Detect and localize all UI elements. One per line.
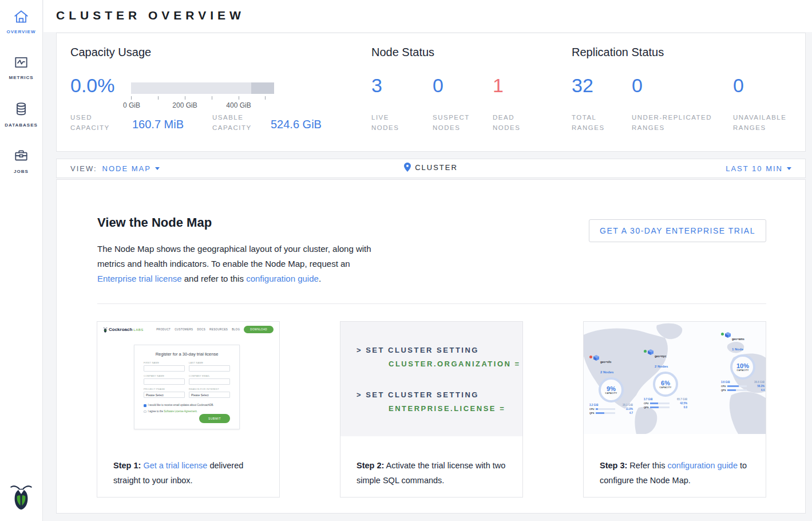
- chevron-down-icon: [787, 167, 791, 170]
- sidebar-item-databases[interactable]: DATABASES: [0, 101, 42, 128]
- node-cube-icon: [648, 349, 653, 355]
- mini-checkbox-checked: [144, 404, 146, 407]
- view-dropdown-value: NODE MAP: [102, 164, 151, 173]
- trial-registration-form: Register for a 30-day trial license FIRS…: [134, 345, 240, 429]
- capacity-axis-tick: 0 GiB: [123, 101, 140, 109]
- cockroach-bug-icon: [103, 327, 108, 333]
- cockroach-labs-logo: Cockroach LABS: [103, 327, 144, 333]
- section-description: The Node Map shows the geographical layo…: [97, 242, 371, 286]
- page-title: CLUSTER OVERVIEW: [56, 9, 245, 22]
- sidebar-item-label: OVERVIEW: [0, 29, 42, 34]
- mini-submit-button: SUBMIT: [199, 414, 230, 423]
- mini-input: [144, 378, 185, 385]
- configuration-guide-link[interactable]: configuration guide: [667, 461, 738, 470]
- mini-nav-item: CUSTOMERS: [175, 328, 193, 331]
- mini-input: [189, 365, 230, 372]
- enterprise-trial-license-link[interactable]: Enterprise trial license: [97, 274, 182, 283]
- step-3-caption: Step 3: Refer this configuration guide t…: [600, 458, 753, 488]
- sidebar-item-jobs[interactable]: JOBS: [0, 148, 42, 174]
- dead-nodes-count: 1: [493, 74, 504, 97]
- cockroachdb-logo: [10, 483, 33, 510]
- capacity-donut: 9% CAPACITY: [599, 377, 624, 402]
- live-nodes-count: 3: [371, 74, 382, 97]
- mini-nav-item: PRODUCT: [156, 328, 171, 331]
- mini-input: [189, 378, 230, 385]
- used-capacity-label: USED CAPACITY: [70, 112, 110, 133]
- view-selector-bar: VIEW: NODE MAP CLUSTER LAST 10 MIN: [56, 159, 806, 178]
- replication-status-title: Replication Status: [572, 46, 664, 59]
- mini-checkbox: [144, 411, 146, 413]
- chevron-down-icon: [155, 167, 160, 170]
- get-enterprise-trial-button[interactable]: GET A 30-DAY ENTERPRISE TRIAL: [589, 219, 766, 242]
- node-cube-icon: [593, 355, 599, 361]
- cluster-breadcrumb[interactable]: CLUSTER: [404, 163, 458, 172]
- sidebar-item-label: DATABASES: [0, 123, 42, 128]
- sidebar-item-label: JOBS: [0, 169, 42, 174]
- node-map-widget-ams: geo=ams1 Node 10% CAPACITY 3.6 GiB36.6 G…: [721, 332, 765, 392]
- usable-capacity-label: USABLE CAPACITY: [212, 112, 252, 133]
- briefcase-icon: [13, 148, 29, 164]
- view-dropdown[interactable]: NODE MAP: [102, 164, 160, 173]
- database-icon: [13, 101, 29, 117]
- step-1-card: Cockroach LABS PRODUCT CUSTOMERS DOCS RE…: [97, 321, 280, 498]
- mini-nav-item: BLOG: [232, 328, 240, 331]
- node-map-thumbnail: geo=sfo2 Nodes 9% CAPACITY 3.2 GiB35.1 G…: [584, 322, 766, 434]
- step-1-caption: Step 1: Get a trial license delivered st…: [113, 458, 267, 488]
- node-status-dot-red: [589, 356, 592, 358]
- used-capacity-value: 160.7 MiB: [132, 118, 184, 131]
- mini-select: Please Select: [144, 392, 185, 398]
- cluster-summary-card: Capacity Usage 0.0% 0 GiB 200 GiB 400 Gi…: [56, 33, 806, 152]
- sql-code-block: > SET CLUSTER SETTING CLUSTER.ORGANIZATI…: [340, 322, 522, 436]
- node-cube-icon: [725, 332, 731, 338]
- suspect-nodes-count: 0: [433, 74, 443, 97]
- mini-input: [144, 365, 185, 372]
- top-header-bar: CLUSTER OVERVIEW: [43, 0, 812, 32]
- sidebar-item-label: METRICS: [0, 75, 42, 80]
- step-3-card: geo=sfo2 Nodes 9% CAPACITY 3.2 GiB35.1 G…: [583, 321, 766, 498]
- cluster-breadcrumb-label: CLUSTER: [415, 163, 458, 172]
- node-status-title: Node Status: [371, 46, 434, 59]
- metrics-chart-icon: [13, 55, 29, 70]
- location-pin-icon: [404, 163, 411, 172]
- node-map-widget-sfo: geo=sfo2 Nodes 9% CAPACITY 3.2 GiB35.1 G…: [589, 355, 633, 415]
- time-range-value: LAST 10 MIN: [726, 164, 783, 173]
- suspect-nodes-label: SUSPECT NODES: [433, 112, 470, 133]
- total-ranges-label: TOTAL RANGES: [572, 112, 605, 133]
- sidebar-item-metrics[interactable]: METRICS: [0, 55, 42, 80]
- under-replicated-ranges-label: UNDER-REPLICATED RANGES: [632, 112, 712, 133]
- capacity-axis-tick: 200 GiB: [172, 101, 197, 109]
- time-range-dropdown[interactable]: LAST 10 MIN: [726, 164, 791, 173]
- dead-nodes-label: DEAD NODES: [493, 112, 520, 133]
- sidebar-item-overview[interactable]: OVERVIEW: [0, 9, 42, 34]
- step-2-card: > SET CLUSTER SETTING CLUSTER.ORGANIZATI…: [340, 321, 523, 498]
- live-nodes-label: LIVE NODES: [371, 112, 399, 133]
- usable-capacity-value: 524.6 GiB: [271, 118, 322, 131]
- view-label: VIEW:: [70, 164, 97, 173]
- section-divider: [97, 303, 766, 304]
- configuration-guide-link[interactable]: configuration guide: [246, 274, 319, 283]
- mini-download-button: DOWNLOAD: [244, 326, 274, 333]
- unavailable-ranges-count: 0: [733, 74, 744, 97]
- home-icon: [13, 9, 29, 24]
- node-map-widget-nyc: geo=nyc2 Nodes 6% CAPACITY 3.7 GiB65.7 G…: [644, 349, 687, 409]
- capacity-axis-tick: 400 GiB: [226, 101, 251, 109]
- section-title: View the Node Map: [97, 215, 212, 230]
- node-status-dot-green: [721, 333, 724, 336]
- mini-select: Please Select: [189, 392, 230, 398]
- under-replicated-ranges-count: 0: [632, 74, 643, 97]
- unavailable-ranges-label: UNAVAILABLE RANGES: [733, 112, 786, 133]
- get-trial-license-link[interactable]: Get a trial license: [143, 461, 207, 470]
- capacity-usage-bar: [131, 82, 274, 94]
- mini-form-title: Register for a 30-day trial license: [144, 352, 230, 357]
- sidebar: OVERVIEW METRICS DATABASES JOBS: [0, 0, 43, 521]
- capacity-used-percent: 0.0%: [70, 74, 115, 97]
- total-ranges-count: 32: [572, 74, 593, 97]
- node-map-panel: View the Node Map The Node Map shows the…: [56, 179, 806, 514]
- mini-nav-item: DOCS: [197, 328, 205, 331]
- capacity-donut: 10% CAPACITY: [730, 354, 755, 380]
- capacity-usage-title: Capacity Usage: [70, 46, 151, 59]
- trial-registration-thumbnail: Cockroach LABS PRODUCT CUSTOMERS DOCS RE…: [97, 322, 279, 453]
- step-2-caption: Step 2: Activate the trial license with …: [357, 458, 510, 488]
- mini-nav-item: RESOURCES: [209, 328, 228, 331]
- capacity-donut: 6% CAPACITY: [653, 372, 678, 397]
